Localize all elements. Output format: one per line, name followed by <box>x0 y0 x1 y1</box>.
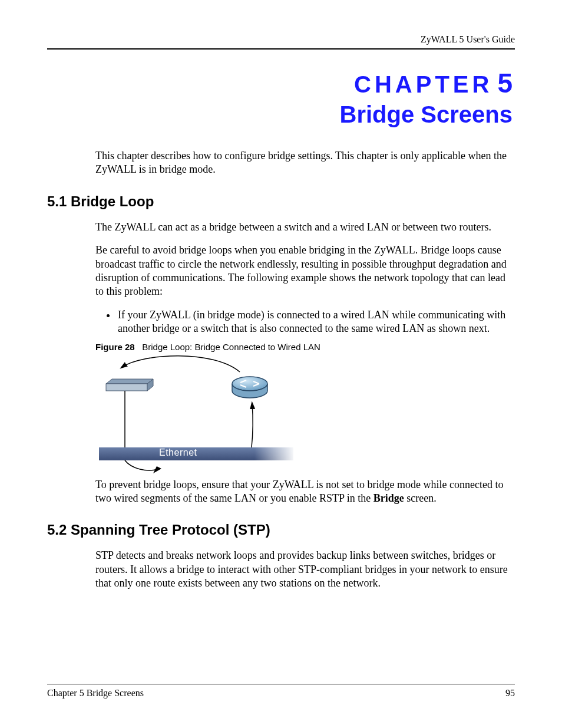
section-5-1-p1: The ZyWALL can act as a bridge between a… <box>47 220 515 234</box>
router-icon <box>232 377 267 398</box>
section-5-1-bullet-1: If your ZyWALL (in bridge mode) is conne… <box>117 308 515 336</box>
bridge-loop-diagram-svg <box>95 354 313 478</box>
footer-page-number: 95 <box>505 688 515 699</box>
svg-marker-0 <box>106 379 153 384</box>
switch-icon <box>106 379 153 391</box>
section-5-1-p3-a: To prevent bridge loops, ensure that you… <box>95 479 503 504</box>
bottom-rule <box>47 684 515 684</box>
footer-left: Chapter 5 Bridge Screens <box>47 688 144 699</box>
section-5-1-bullets: If your ZyWALL (in bridge mode) is conne… <box>47 308 515 336</box>
figure-28-label: Figure 28 <box>95 342 135 352</box>
chapter-label-line: CHAPTER5 <box>47 67 513 99</box>
section-5-1-p3: To prevent bridge loops, ensure that you… <box>47 478 515 506</box>
ethernet-label: Ethernet <box>159 447 197 458</box>
section-5-2-heading: 5.2 Spanning Tree Protocol (STP) <box>47 522 515 538</box>
svg-rect-1 <box>106 384 147 391</box>
svg-rect-6 <box>254 447 296 460</box>
chapter-label-word: CHAPTER <box>354 71 492 98</box>
figure-28-title: Bridge Loop: Bridge Connected to Wired L… <box>142 342 320 352</box>
section-5-1-p2: Be careful to avoid bridge loops when yo… <box>47 243 515 299</box>
top-rule <box>47 48 515 50</box>
figure-28-diagram: Ethernet <box>95 354 313 478</box>
chapter-heading-block: CHAPTER5 Bridge Screens <box>47 67 513 128</box>
section-5-1-heading: 5.1 Bridge Loop <box>47 193 515 210</box>
figure-28-caption: Figure 28 Bridge Loop: Bridge Connected … <box>47 342 515 352</box>
section-5-1-p3-bold: Bridge <box>373 492 404 504</box>
chapter-title: Bridge Screens <box>47 101 513 128</box>
chapter-number: 5 <box>497 67 513 99</box>
page-footer: Chapter 5 Bridge Screens 95 <box>47 684 515 699</box>
section-5-2-p1: STP detects and breaks network loops and… <box>47 549 515 590</box>
chapter-intro: This chapter describes how to configure … <box>47 149 515 177</box>
document-page: ZyWALL 5 User's Guide CHAPTER5 Bridge Sc… <box>0 0 562 728</box>
running-head: ZyWALL 5 User's Guide <box>47 34 515 45</box>
section-5-1-p3-b: screen. <box>404 492 437 504</box>
